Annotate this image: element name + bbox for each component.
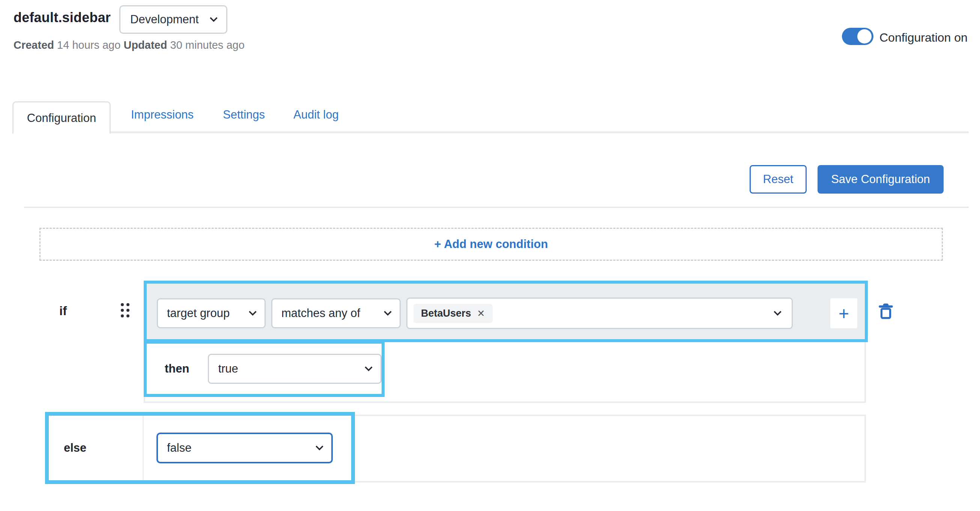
comparator-select[interactable]: matches any of	[271, 298, 401, 328]
updated-value: 30 minutes ago	[170, 39, 245, 51]
else-value: false	[167, 441, 191, 455]
add-new-condition-button[interactable]: + Add new condition	[40, 228, 943, 261]
comparator-select-value: matches any of	[282, 307, 360, 320]
reset-button[interactable]: Reset	[749, 165, 807, 194]
chevron-down-icon	[365, 363, 372, 371]
updated-label: Updated	[123, 39, 167, 51]
else-row: else false	[45, 412, 355, 484]
then-row: then true	[144, 341, 385, 397]
then-value: true	[218, 362, 238, 376]
created-label: Created	[14, 39, 54, 51]
tab-impressions[interactable]: Impressions	[131, 108, 194, 121]
tab-bar-divider	[13, 131, 969, 133]
configuration-toggle-label: Configuration on	[880, 30, 967, 45]
else-label: else	[64, 441, 86, 455]
chevron-down-icon	[210, 14, 218, 22]
then-value-select[interactable]: true	[208, 354, 382, 384]
chevron-down-icon	[774, 308, 781, 315]
then-label: then	[165, 362, 189, 376]
drag-handle-icon[interactable]	[121, 303, 129, 317]
save-configuration-button[interactable]: Save Configuration	[818, 165, 943, 194]
values-multiselect[interactable]: BetaUsers ✕	[406, 298, 793, 329]
flag-meta: Created 14 hours ago Updated 30 minutes …	[14, 39, 245, 51]
delete-condition-button[interactable]	[878, 302, 896, 321]
chevron-down-icon	[249, 308, 257, 315]
section-divider	[24, 207, 969, 208]
if-label: if	[59, 304, 67, 318]
environment-select[interactable]: Development	[119, 5, 228, 34]
else-value-cell: false	[144, 416, 351, 480]
else-value-select[interactable]: false	[156, 433, 333, 463]
value-chip-label: BetaUsers	[421, 308, 471, 319]
environment-select-value: Development	[130, 13, 199, 26]
toggle-knob	[858, 29, 872, 43]
chevron-down-icon	[384, 308, 392, 315]
property-select[interactable]: target group	[157, 298, 266, 328]
add-condition-row-button[interactable]: +	[830, 298, 858, 328]
created-value: 14 hours ago	[57, 39, 121, 51]
chip-remove-icon[interactable]: ✕	[477, 308, 485, 319]
tab-audit-log[interactable]: Audit log	[293, 108, 339, 121]
else-label-cell: else	[49, 416, 144, 480]
trash-icon	[878, 303, 894, 320]
chevron-down-icon	[315, 443, 323, 450]
flag-name-title: default.sidebar	[14, 10, 111, 25]
feature-flag-page: default.sidebar Development Created 14 h…	[0, 0, 980, 511]
configuration-toggle[interactable]	[842, 28, 873, 45]
tab-settings[interactable]: Settings	[223, 108, 265, 121]
tab-configuration[interactable]: Configuration	[13, 101, 111, 134]
property-select-value: target group	[167, 307, 230, 320]
value-chip: BetaUsers ✕	[414, 304, 493, 323]
if-condition-row: target group matches any of BetaUsers ✕ …	[144, 281, 868, 342]
